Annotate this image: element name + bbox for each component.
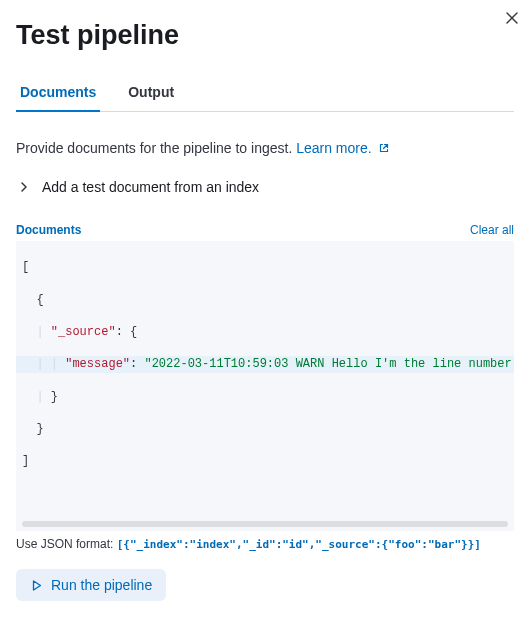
editor-header: Documents Clear all (16, 223, 514, 237)
hint-example: [{"_index":"index","_id":"id","_source":… (117, 538, 481, 551)
close-icon (506, 12, 518, 24)
hint-prefix: Use JSON format: (16, 537, 117, 551)
external-link-icon (378, 141, 390, 157)
run-button-label: Run the pipeline (51, 577, 152, 593)
json-editor[interactable]: [ { | "_source": { | | "message": "2022-… (16, 241, 514, 531)
code-text: ] (22, 454, 29, 468)
code-text: } (36, 422, 43, 436)
format-hint: Use JSON format: [{"_index":"index","_id… (16, 537, 514, 551)
horizontal-scrollbar[interactable] (22, 521, 508, 527)
tabs: Documents Output (16, 73, 514, 112)
clear-all-button[interactable]: Clear all (470, 223, 514, 237)
add-test-document-toggle[interactable]: Add a test document from an index (16, 175, 261, 199)
accordion-label: Add a test document from an index (42, 179, 259, 195)
close-button[interactable] (502, 8, 522, 28)
description-text: Provide documents for the pipeline to in… (16, 140, 296, 156)
code-key: "_source" (51, 325, 116, 339)
tab-documents[interactable]: Documents (16, 74, 100, 112)
code-text: [ (22, 260, 29, 274)
documents-label: Documents (16, 223, 81, 237)
code-string: "2022-03-11T10:59:03 WARN Hello I'm the … (144, 357, 511, 371)
learn-more-text: Learn more. (296, 140, 371, 156)
code-text: { (36, 293, 43, 307)
play-icon (30, 579, 43, 592)
tab-output[interactable]: Output (124, 74, 178, 112)
run-pipeline-button[interactable]: Run the pipeline (16, 569, 166, 601)
code-text: } (51, 390, 58, 404)
learn-more-link[interactable]: Learn more. (296, 140, 389, 156)
chevron-right-icon (18, 181, 30, 193)
description: Provide documents for the pipeline to in… (16, 140, 514, 157)
code-key: "message" (65, 357, 130, 371)
page-title: Test pipeline (16, 20, 514, 51)
